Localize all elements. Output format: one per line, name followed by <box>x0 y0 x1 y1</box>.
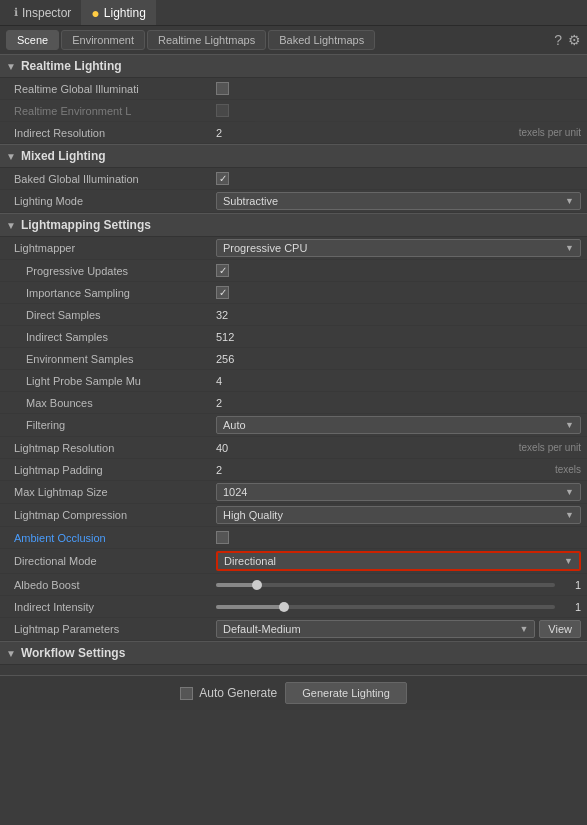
row-lightmap-parameters: Lightmap Parameters Default-Medium ▼ Vie… <box>0 618 587 641</box>
realtime-gi-checkbox[interactable] <box>216 82 581 95</box>
lightmap-compression-text: High Quality <box>223 509 283 521</box>
albedo-boost-track[interactable] <box>216 583 555 587</box>
ambient-occlusion-link[interactable]: Ambient Occlusion <box>14 532 106 544</box>
lightmap-parameters-dropdown[interactable]: Default-Medium ▼ <box>216 620 535 638</box>
filtering-dropdown[interactable]: Auto ▼ <box>216 416 581 434</box>
importance-sampling-check[interactable] <box>216 286 229 299</box>
lighting-mode-text: Subtractive <box>223 195 278 207</box>
row-progressive-updates: Progressive Updates <box>0 260 587 282</box>
lightmapper-dropdown[interactable]: Progressive CPU ▼ <box>216 239 581 257</box>
lightmapper-value: Progressive CPU ▼ <box>216 239 581 257</box>
lightmap-resolution-label: Lightmap Resolution <box>6 442 216 454</box>
directional-mode-text: Directional <box>224 555 276 567</box>
directional-mode-arrow: ▼ <box>564 556 573 566</box>
direct-samples-number: 32 <box>216 309 228 321</box>
lightmap-parameters-arrow: ▼ <box>519 624 528 634</box>
albedo-boost-slider-wrap: 1 <box>216 579 581 591</box>
sub-tab-baked-lightmaps[interactable]: Baked Lightmaps <box>268 30 375 50</box>
sub-tab-bar: Scene Environment Realtime Lightmaps Bak… <box>0 26 587 54</box>
lightmapping-triangle-icon: ▼ <box>6 220 16 231</box>
lightmap-parameters-text: Default-Medium <box>223 623 301 635</box>
progressive-updates-check[interactable] <box>216 264 229 277</box>
light-probe-sample-value: 4 <box>216 375 581 387</box>
help-icon[interactable]: ? <box>554 32 562 48</box>
row-indirect-samples: Indirect Samples 512 <box>0 326 587 348</box>
env-samples-value: 256 <box>216 353 581 365</box>
section-lightmapping[interactable]: ▼ Lightmapping Settings <box>0 213 587 237</box>
sub-tab-realtime-lightmaps[interactable]: Realtime Lightmaps <box>147 30 266 50</box>
auto-generate-wrap: Auto Generate <box>180 686 277 700</box>
row-indirect-intensity: Indirect Intensity 1 <box>0 596 587 618</box>
lightmap-resolution-unit: texels per unit <box>519 442 581 453</box>
direct-samples-value: 32 <box>216 309 581 321</box>
indirect-samples-label: Indirect Samples <box>6 331 216 343</box>
indirect-samples-value: 512 <box>216 331 581 343</box>
lightmap-parameters-view-button[interactable]: View <box>539 620 581 638</box>
lightmap-compression-dropdown[interactable]: High Quality ▼ <box>216 506 581 524</box>
lightmap-compression-label: Lightmap Compression <box>6 509 216 521</box>
indirect-samples-number: 512 <box>216 331 234 343</box>
lightmapper-arrow: ▼ <box>565 243 574 253</box>
lightmap-padding-unit: texels <box>555 464 581 475</box>
section-mixed-lighting[interactable]: ▼ Mixed Lighting <box>0 144 587 168</box>
row-max-bounces: Max Bounces 2 <box>0 392 587 414</box>
light-probe-sample-label: Light Probe Sample Mu <box>6 375 216 387</box>
directional-mode-dropdown[interactable]: Directional ▼ <box>216 551 581 571</box>
lightmap-padding-label: Lightmap Padding <box>6 464 216 476</box>
progressive-updates-checkbox[interactable] <box>216 264 581 277</box>
importance-sampling-checkbox[interactable] <box>216 286 581 299</box>
tab-inspector-label: Inspector <box>22 6 71 20</box>
baked-gi-checkbox[interactable] <box>216 172 581 185</box>
indirect-resolution-number: 2 <box>216 127 246 139</box>
max-bounces-number: 2 <box>216 397 222 409</box>
section-workflow-title: Workflow Settings <box>21 646 125 660</box>
realtime-env-check <box>216 104 229 117</box>
sub-tab-environment[interactable]: Environment <box>61 30 145 50</box>
realtime-env-label: Realtime Environment L <box>6 105 216 117</box>
bottom-bar: Auto Generate Generate Lighting <box>0 675 587 710</box>
max-lightmap-size-label: Max Lightmap Size <box>6 486 216 498</box>
filtering-value: Auto ▼ <box>216 416 581 434</box>
albedo-boost-thumb[interactable] <box>252 580 262 590</box>
sub-tab-scene[interactable]: Scene <box>6 30 59 50</box>
indirect-intensity-thumb[interactable] <box>279 602 289 612</box>
realtime-gi-label: Realtime Global Illuminati <box>6 83 216 95</box>
max-lightmap-size-text: 1024 <box>223 486 247 498</box>
max-bounces-label: Max Bounces <box>6 397 216 409</box>
max-lightmap-size-dropdown[interactable]: 1024 ▼ <box>216 483 581 501</box>
row-light-probe-sample-mu: Light Probe Sample Mu 4 <box>0 370 587 392</box>
workflow-triangle-icon: ▼ <box>6 648 16 659</box>
albedo-boost-label: Albedo Boost <box>6 579 216 591</box>
light-probe-sample-number: 4 <box>216 375 222 387</box>
lightmap-compression-arrow: ▼ <box>565 510 574 520</box>
section-workflow-settings[interactable]: ▼ Workflow Settings <box>0 641 587 665</box>
max-bounces-value: 2 <box>216 397 581 409</box>
lighting-mode-arrow: ▼ <box>565 196 574 206</box>
section-triangle-icon: ▼ <box>6 61 16 72</box>
filtering-text: Auto <box>223 419 246 431</box>
row-filtering: Filtering Auto ▼ <box>0 414 587 437</box>
indirect-intensity-track[interactable] <box>216 605 555 609</box>
main-content: Scene Environment Realtime Lightmaps Bak… <box>0 26 587 825</box>
indirect-intensity-slider-wrap: 1 <box>216 601 581 613</box>
baked-gi-label: Baked Global Illumination <box>6 173 216 185</box>
section-lightmapping-title: Lightmapping Settings <box>21 218 151 232</box>
auto-generate-checkbox[interactable] <box>180 687 193 700</box>
generate-lighting-button[interactable]: Generate Lighting <box>285 682 406 704</box>
lightmap-padding-number: 2 <box>216 464 246 476</box>
ambient-occlusion-check[interactable] <box>216 531 229 544</box>
section-realtime-lighting[interactable]: ▼ Realtime Lighting <box>0 54 587 78</box>
realtime-gi-check[interactable] <box>216 82 229 95</box>
indirect-intensity-label: Indirect Intensity <box>6 601 216 613</box>
section-mixed-title: Mixed Lighting <box>21 149 106 163</box>
settings-icon[interactable]: ⚙ <box>568 32 581 48</box>
tab-lighting[interactable]: ● Lighting <box>81 0 156 25</box>
env-samples-number: 256 <box>216 353 234 365</box>
row-env-samples: Environment Samples 256 <box>0 348 587 370</box>
baked-gi-check[interactable] <box>216 172 229 185</box>
ambient-occlusion-checkbox[interactable] <box>216 531 581 544</box>
tab-inspector[interactable]: ℹ Inspector <box>4 0 81 25</box>
inspector-icon: ℹ <box>14 6 18 19</box>
lightmap-resolution-number: 40 <box>216 442 246 454</box>
lighting-mode-dropdown[interactable]: Subtractive ▼ <box>216 192 581 210</box>
